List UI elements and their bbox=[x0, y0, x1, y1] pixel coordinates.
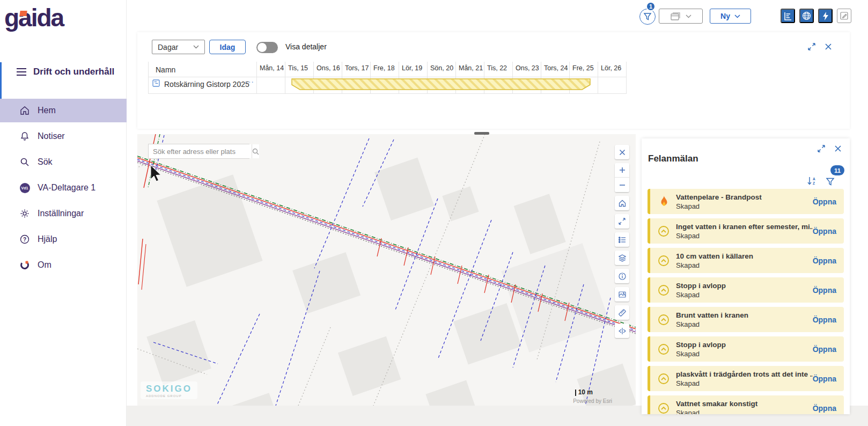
map-search-button[interactable] bbox=[252, 144, 259, 158]
sidebar-item-installningar[interactable]: Inställningar bbox=[0, 202, 127, 225]
felanmalan-card[interactable]: Vattnet smakar konstigt Skapad Öppna bbox=[648, 395, 844, 414]
priority-icon bbox=[658, 225, 670, 237]
map-basemap-button[interactable] bbox=[615, 287, 629, 302]
legend-icon bbox=[619, 237, 626, 243]
priority-icon bbox=[658, 402, 670, 414]
felanmalan-card[interactable]: Brunt vatten i kranen Skapad Öppna bbox=[648, 307, 844, 332]
svg-text:Z: Z bbox=[813, 181, 815, 185]
map-home-button[interactable] bbox=[615, 196, 629, 210]
close-panel-icon[interactable] bbox=[823, 42, 833, 51]
felanmalan-card[interactable]: Vattenpelare - Brandpost Skapad Öppna bbox=[648, 189, 844, 214]
layers-icon bbox=[619, 254, 626, 262]
card-title: 10 cm vatten i källaren bbox=[676, 252, 813, 260]
home-icon bbox=[619, 200, 626, 207]
swipe-icon bbox=[619, 328, 626, 334]
map-fullscreen-button[interactable] bbox=[615, 214, 629, 229]
sidebar-item-label: Om bbox=[38, 260, 52, 270]
timescale-select-value: Dagar bbox=[158, 43, 178, 52]
map-legend-button[interactable] bbox=[615, 232, 629, 247]
map-search-input[interactable] bbox=[149, 144, 252, 158]
home-icon bbox=[19, 105, 30, 116]
expand-panel-icon[interactable] bbox=[807, 42, 816, 51]
funnel-icon bbox=[643, 12, 652, 21]
priority-icon bbox=[658, 343, 670, 355]
card-open-link[interactable]: Öppna bbox=[813, 197, 836, 206]
gantt-date-header: Sön, 20 bbox=[427, 64, 455, 76]
map-layers-button[interactable] bbox=[615, 251, 629, 265]
logo-accent-mark bbox=[19, 11, 27, 16]
name-column-header: Namn bbox=[156, 65, 175, 74]
task-more-button[interactable]: ··· bbox=[245, 77, 254, 86]
new-button[interactable]: Ny bbox=[710, 9, 751, 24]
card-open-link[interactable]: Öppna bbox=[813, 286, 836, 295]
gantt-date-header: Lör, 19 bbox=[399, 64, 427, 76]
funnel-icon[interactable] bbox=[826, 177, 835, 186]
zoom-out-button[interactable] bbox=[615, 178, 629, 192]
gantt-task-bar[interactable] bbox=[291, 78, 591, 90]
sidebar-item-label: Hem bbox=[38, 106, 56, 115]
sidebar-item-om[interactable]: Om bbox=[0, 253, 127, 277]
zoom-in-button[interactable] bbox=[615, 163, 629, 178]
card-status: Skapad bbox=[676, 350, 813, 358]
quick-actions-button[interactable] bbox=[818, 9, 833, 23]
sidebar-item-hem[interactable]: Hem bbox=[0, 99, 127, 122]
card-open-link[interactable]: Öppna bbox=[813, 256, 836, 265]
task-name[interactable]: Rotskärning Gistorp 2025 bbox=[164, 80, 249, 89]
card-open-link[interactable]: Öppna bbox=[813, 345, 836, 354]
felanmalan-card[interactable]: Stopp i avlopp Skapad Öppna bbox=[648, 336, 844, 362]
expand-panel-icon[interactable] bbox=[816, 144, 826, 153]
close-panel-icon[interactable] bbox=[833, 144, 842, 153]
sidebar-item-sok[interactable]: Sök bbox=[0, 150, 127, 174]
view-switcher-dropdown[interactable] bbox=[659, 9, 703, 24]
priority-icon bbox=[658, 373, 670, 385]
map-measure-button[interactable] bbox=[615, 305, 629, 320]
card-open-link[interactable]: Öppna bbox=[813, 374, 836, 383]
panel-resize-handle[interactable] bbox=[474, 132, 489, 135]
map-canvas[interactable] bbox=[137, 134, 636, 406]
gantt-view-button[interactable] bbox=[781, 9, 795, 23]
about-icon bbox=[19, 260, 30, 270]
sidebar-item-notiser[interactable]: Notiser bbox=[0, 124, 127, 148]
edit-button[interactable] bbox=[837, 9, 851, 23]
card-status: Skapad bbox=[676, 409, 813, 415]
gear-icon bbox=[19, 208, 30, 219]
felanmalan-card[interactable]: plaskvått i trädgården trots att det int… bbox=[648, 366, 844, 391]
app-logo: gaida bbox=[4, 3, 63, 32]
chevron-down-icon bbox=[734, 14, 740, 18]
map-scale: 10 m bbox=[575, 388, 593, 396]
card-open-link[interactable]: Öppna bbox=[813, 227, 836, 236]
map-swipe-button[interactable] bbox=[615, 324, 629, 338]
felanmalan-card[interactable]: Stopp i avlopp Skapad Öppna bbox=[648, 277, 844, 303]
felanmalan-card-list: Vattenpelare - Brandpost Skapad Öppna In… bbox=[648, 189, 844, 414]
sidebar-menu-header[interactable]: Drift och underhåll bbox=[16, 67, 114, 77]
map-view-button[interactable] bbox=[799, 9, 814, 23]
hamburger-icon[interactable] bbox=[16, 67, 27, 77]
card-open-link[interactable]: Öppna bbox=[813, 315, 836, 324]
cursor-arrow bbox=[151, 165, 161, 181]
sidebar-item-label: Inställningar bbox=[38, 209, 84, 218]
sokigo-logo-subtext: ADDNODE GROUP bbox=[146, 394, 192, 398]
minus-icon bbox=[619, 182, 626, 188]
global-filter-button[interactable] bbox=[639, 9, 656, 25]
map-info-button[interactable] bbox=[615, 269, 629, 283]
details-toggle-label: Visa detaljer bbox=[285, 42, 327, 51]
timescale-select[interactable]: Dagar bbox=[152, 40, 205, 54]
felanmalan-card[interactable]: 10 cm vatten i källaren Skapad Öppna bbox=[648, 248, 844, 273]
plus-icon bbox=[619, 167, 626, 173]
map-close-button[interactable] bbox=[615, 145, 629, 159]
sort-icon[interactable]: AZ bbox=[807, 176, 816, 186]
card-status: Skapad bbox=[676, 232, 813, 240]
felanmalan-card[interactable]: Inget vatten i kranen efter semester, mi… bbox=[648, 218, 844, 244]
sidebar-accent-bar bbox=[0, 62, 2, 103]
felanmalan-panel: Felanmälan 11 AZ Vattenpelare - Brandpos… bbox=[642, 138, 850, 414]
sidebar-item-va-deltagare[interactable]: Vd1 VA-Deltagare 1 bbox=[0, 176, 127, 200]
gantt-date-header: Fre, 18 bbox=[370, 64, 399, 76]
card-open-link[interactable]: Öppna bbox=[813, 404, 836, 413]
sidebar-item-hjalp[interactable]: ? Hjälp bbox=[0, 227, 127, 251]
today-button[interactable]: Idag bbox=[209, 40, 246, 54]
sidebar: gaida Drift och underhåll Hem Notiser Sö… bbox=[0, 0, 127, 426]
details-toggle[interactable] bbox=[256, 42, 278, 53]
svg-text:?: ? bbox=[23, 237, 26, 243]
close-icon bbox=[619, 149, 626, 156]
sokigo-watermark: SOKIGO ADDNODE GROUP bbox=[141, 381, 197, 399]
